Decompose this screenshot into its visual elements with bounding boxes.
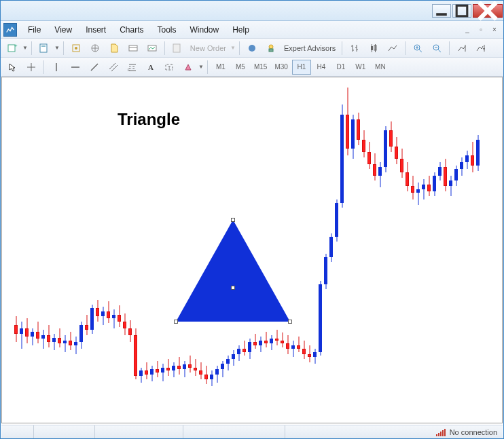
vertical-line-button[interactable] xyxy=(48,60,65,75)
status-cell xyxy=(95,425,183,438)
new-order-button[interactable] xyxy=(168,41,186,56)
menu-view[interactable]: View xyxy=(48,25,79,35)
main-toolbar: + ▼ ▼ New Order ▼ xyxy=(1,39,503,58)
candle xyxy=(471,77,474,423)
candle xyxy=(329,77,333,423)
svg-rect-1 xyxy=(456,5,467,16)
chart-shift-button[interactable] xyxy=(472,41,490,56)
crosshair-button[interactable] xyxy=(22,60,40,75)
dropdown-icon[interactable]: ▼ xyxy=(198,64,204,70)
candle xyxy=(465,77,469,423)
menu-insert[interactable]: Insert xyxy=(79,25,113,35)
candle xyxy=(25,77,29,423)
mdi-close-button[interactable]: × xyxy=(488,24,501,35)
menu-file[interactable]: File xyxy=(21,25,48,35)
navigator-button[interactable] xyxy=(86,41,104,56)
candle xyxy=(389,77,393,423)
minimize-button[interactable] xyxy=(432,4,451,18)
mdi-restore-button[interactable]: ▫ xyxy=(475,24,487,35)
zoom-out-button[interactable] xyxy=(428,41,446,56)
candle xyxy=(85,77,88,423)
menu-charts[interactable]: Charts xyxy=(113,25,150,35)
candle xyxy=(308,77,311,423)
new-order-label: New Order xyxy=(187,44,229,52)
candle xyxy=(433,77,436,423)
svg-line-44 xyxy=(91,64,98,71)
strategy-tester-button[interactable] xyxy=(143,41,161,56)
svg-rect-6 xyxy=(40,44,47,52)
fibonacci-button[interactable]: F xyxy=(124,60,141,75)
zoom-in-button[interactable] xyxy=(409,41,427,56)
auto-scroll-button[interactable] xyxy=(453,41,471,56)
timeframe-mn[interactable]: MN xyxy=(371,60,390,75)
metaquotes-button[interactable] xyxy=(243,41,261,56)
mdi-minimize-button[interactable]: _ xyxy=(461,24,473,35)
svg-marker-39 xyxy=(483,48,485,50)
candle xyxy=(270,77,273,423)
horizontal-line-button[interactable] xyxy=(67,60,84,75)
trendline-button[interactable] xyxy=(86,60,103,75)
terminal-button[interactable] xyxy=(124,41,142,56)
equidistant-channel-button[interactable] xyxy=(105,60,122,75)
close-button[interactable] xyxy=(473,4,503,18)
candle xyxy=(96,77,99,423)
candle xyxy=(112,77,115,423)
candlestick-chart-button[interactable] xyxy=(365,41,382,56)
candle xyxy=(476,77,480,423)
svg-rect-16 xyxy=(173,44,180,52)
candle xyxy=(232,77,235,423)
candle xyxy=(139,77,143,423)
menu-tools[interactable]: Tools xyxy=(151,25,183,35)
expert-advisors-button[interactable] xyxy=(262,41,280,56)
data-window-button[interactable] xyxy=(105,41,123,56)
menu-window[interactable]: Window xyxy=(183,25,226,35)
svg-point-9 xyxy=(75,47,77,50)
candle xyxy=(281,77,284,423)
line-chart-button[interactable] xyxy=(384,41,401,56)
candle xyxy=(118,77,121,423)
candle xyxy=(41,77,45,423)
candle xyxy=(204,77,208,423)
candle xyxy=(313,77,317,423)
triangle-handle-right[interactable] xyxy=(288,320,292,324)
timeframe-m30[interactable]: M30 xyxy=(271,60,291,75)
timeframe-h1[interactable]: H1 xyxy=(292,60,311,75)
triangle-handle-apex[interactable] xyxy=(231,218,235,222)
candle xyxy=(226,77,230,423)
timeframe-h4[interactable]: H4 xyxy=(312,60,331,75)
text-label-button[interactable]: T xyxy=(160,60,178,75)
new-chart-button[interactable]: + xyxy=(3,41,21,56)
shapes-button[interactable] xyxy=(179,60,197,75)
dropdown-icon[interactable]: ▼ xyxy=(230,45,236,51)
candle xyxy=(373,77,376,423)
timeframe-m5[interactable]: M5 xyxy=(231,60,250,75)
profiles-button[interactable] xyxy=(35,41,53,56)
triangle-handle-center[interactable] xyxy=(231,286,235,290)
timeframe-m1[interactable]: M1 xyxy=(211,60,230,75)
candle xyxy=(101,77,105,423)
candle xyxy=(177,77,181,423)
candle xyxy=(319,77,322,423)
market-watch-button[interactable] xyxy=(67,41,85,56)
candle xyxy=(259,77,262,423)
maximize-button[interactable] xyxy=(452,4,471,18)
connection-status[interactable]: No connection xyxy=(431,428,503,436)
svg-rect-13 xyxy=(129,45,137,51)
dropdown-icon[interactable]: ▼ xyxy=(22,45,28,51)
menubar: File View Insert Charts Tools Window Hel… xyxy=(1,21,503,39)
svg-text:F: F xyxy=(128,68,130,72)
chart-annotation-text: Triangle xyxy=(118,110,180,129)
timeframe-d1[interactable]: D1 xyxy=(331,60,350,75)
timeframe-m15[interactable]: M15 xyxy=(251,60,270,75)
cursor-button[interactable] xyxy=(3,60,21,75)
menu-help[interactable]: Help xyxy=(226,25,256,35)
chart-area[interactable]: Triangle xyxy=(1,77,503,423)
triangle-handle-left[interactable] xyxy=(174,320,178,324)
text-button[interactable]: A xyxy=(143,60,159,75)
candle xyxy=(188,77,192,423)
candle xyxy=(183,77,186,423)
bar-chart-button[interactable] xyxy=(346,41,363,56)
candle xyxy=(242,77,246,423)
timeframe-w1[interactable]: W1 xyxy=(351,60,370,75)
dropdown-icon[interactable]: ▼ xyxy=(54,45,60,51)
